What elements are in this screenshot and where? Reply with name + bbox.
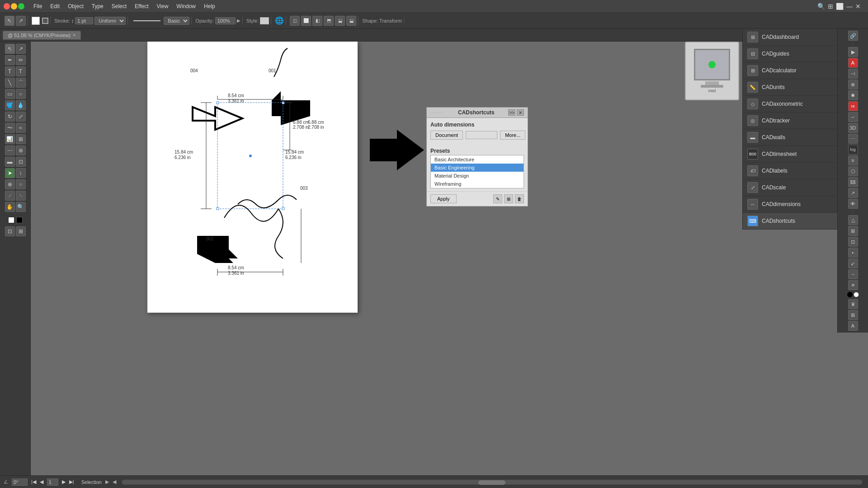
window-max-btn[interactable] (18, 3, 24, 9)
status-arrow2-btn[interactable]: ◀ (113, 479, 116, 485)
column-graph-tool[interactable]: ▬ (5, 157, 15, 167)
paintbucket-tool[interactable]: 🪣 (5, 100, 15, 110)
fr-ruler-btn[interactable]: △ (848, 215, 858, 225)
free-transform-tool[interactable]: ⊕ (5, 179, 15, 189)
cad-timesheet-item[interactable]: B00 CADtimesheet (743, 146, 837, 163)
fr-brush-btn[interactable]: ✱ (848, 90, 858, 100)
fr-dollar-btn[interactable]: $$ (848, 177, 858, 187)
align-left-btn[interactable]: ◫ (290, 16, 300, 26)
menu-window[interactable]: Window (173, 2, 199, 10)
perspective-sub-tool[interactable]: ⟍ (16, 191, 26, 201)
screen-mode-full[interactable]: ⊞ (16, 226, 26, 236)
stroke-color[interactable] (42, 18, 48, 24)
fr-3dbox-btn[interactable]: ⬡ (848, 166, 858, 176)
opacity-arrow[interactable]: ▶ (237, 18, 241, 23)
fr-export-btn[interactable]: ↗ (848, 188, 858, 198)
document-tab[interactable]: @ 51.06 % (CMYK/Preview) ✕ (3, 31, 81, 40)
intel-widget[interactable]: intel (685, 42, 739, 100)
screen-mode-normal[interactable]: ⊡ (5, 226, 15, 236)
menu-effect[interactable]: Effect (131, 2, 152, 10)
fr-play-btn[interactable]: ▶ (848, 47, 858, 57)
scale-tool[interactable]: ⤢ (16, 112, 26, 122)
fr-align-btn[interactable]: ⊣ (848, 69, 858, 79)
mesh-tool[interactable]: ⊞ (16, 134, 26, 144)
preset-material[interactable]: Material Design (431, 172, 524, 180)
fr-type-btn[interactable]: A (848, 58, 858, 68)
fr-crop-btn[interactable]: ⊞ (848, 226, 858, 236)
cad-shortcuts-item[interactable]: ⌨ CADshortcuts (743, 213, 837, 230)
fr-image-btn[interactable]: ⊡ (848, 237, 858, 247)
apply-btn[interactable]: Apply (430, 194, 457, 203)
select-tool-btn[interactable]: ↖ (5, 16, 14, 26)
direct-select-btn[interactable]: ↗ (16, 16, 26, 26)
grid-icon[interactable]: ⊞ (828, 3, 833, 10)
stroke-type-select[interactable]: Uniform (94, 17, 126, 25)
menu-view[interactable]: View (153, 2, 172, 10)
fr-grid-btn[interactable]: ⊞ (848, 310, 858, 320)
blend-tool[interactable]: ⋯ (5, 145, 15, 155)
align-center-btn[interactable]: ⬜ (301, 16, 311, 26)
fr-crown-btn[interactable]: ♛ (848, 299, 858, 309)
arc-tool[interactable]: ⌒ (16, 78, 26, 88)
window-min-btn[interactable] (11, 3, 17, 9)
pen-sub-tool[interactable]: ✏ (16, 55, 26, 65)
globe-icon[interactable]: 🌐 (275, 16, 284, 25)
line-style-select[interactable]: Basic (164, 17, 189, 25)
panel-expand-btn[interactable]: >> (508, 109, 515, 116)
fr-checker-btn[interactable]: ▪ (848, 248, 858, 258)
scroll-thumb[interactable] (122, 479, 863, 485)
preset-basic-arch[interactable]: Basic Architecture (431, 155, 524, 164)
perspective-tool[interactable]: ⟋ (5, 191, 15, 201)
align-right-btn[interactable]: ◧ (312, 16, 322, 26)
fr-arrow2-btn[interactable]: ↙ (848, 258, 858, 268)
opacity-input[interactable] (215, 17, 236, 24)
eyedropper-tool[interactable]: 💧 (16, 100, 26, 110)
fr-script-btn[interactable]: ≡ (848, 155, 858, 165)
artboard-tool[interactable]: ⊡ (16, 157, 26, 167)
align-middle-btn[interactable]: ⬓ (335, 16, 345, 26)
fill-color[interactable] (32, 17, 40, 25)
nav-fwd-btn[interactable]: ▶ (62, 479, 66, 485)
nav-prev-btn[interactable]: |◀ (31, 479, 36, 485)
more-btn[interactable]: More... (500, 131, 525, 140)
menu-object[interactable]: Object (64, 2, 87, 10)
nav-last-btn[interactable]: ▶| (69, 479, 74, 485)
fr-color-black[interactable] (847, 292, 853, 297)
hand-tool[interactable]: ✋ (5, 202, 15, 212)
delete-preset-icon[interactable]: 🗑 (515, 194, 524, 203)
window-close-icon[interactable]: ✕ (855, 3, 861, 10)
document-canvas[interactable]: 004 001 8.54 cm 3.361 in (147, 42, 358, 313)
cad-axonometric-item[interactable]: ◇ CADaxonometric (743, 96, 837, 113)
menu-edit[interactable]: Edit (47, 2, 63, 10)
align-top-btn[interactable]: ⬒ (324, 16, 334, 26)
cad-dimensions-item[interactable]: ↔ CADdimensions (743, 196, 837, 213)
fr-arrow-btn[interactable]: ↔ (848, 112, 858, 122)
cad-guides-item[interactable]: ⊟ CADguides (743, 46, 837, 62)
document-tab-close[interactable]: ✕ (72, 33, 76, 38)
stroke-value-input[interactable] (75, 17, 93, 24)
ellipse-tool[interactable]: ○ (16, 89, 26, 99)
stroke-swatch[interactable] (16, 217, 23, 223)
warp-tool[interactable]: 〜 (5, 123, 15, 133)
cad-dashboard-item[interactable]: ⊞ CADdashboard (743, 29, 837, 46)
fr-3d-btn[interactable]: 3D (848, 123, 858, 133)
arrow-sub-tool[interactable]: ↕ (16, 168, 26, 178)
fr-filter-btn[interactable]: ⋯ (848, 134, 858, 144)
angle-input[interactable] (12, 479, 28, 486)
fr-link-btn[interactable]: 🔗 (848, 31, 858, 41)
cad-walls-item[interactable]: ▬ CADwalls (743, 129, 837, 146)
select-tool[interactable]: ↖ (5, 44, 15, 54)
fr-sun-btn[interactable]: ☀ (848, 280, 858, 290)
menu-help[interactable]: Help (200, 2, 219, 10)
symbol-tool[interactable]: ⊛ (16, 145, 26, 155)
status-arrow-btn[interactable]: ▶ (105, 479, 109, 485)
warp-sub-tool[interactable]: ≈ (16, 123, 26, 133)
maximize-icon[interactable]: ⬜ (836, 3, 844, 10)
preset-basic-eng[interactable]: Basic Engineering (431, 164, 524, 172)
pen-tool[interactable]: ✒ (5, 55, 15, 65)
page-input[interactable] (47, 479, 58, 486)
window-min-icon[interactable]: — (846, 3, 853, 10)
fr-eye-btn[interactable]: 👁 (848, 199, 858, 209)
copy-preset-icon[interactable]: ⊞ (504, 194, 513, 203)
graph-tool[interactable]: 📊 (5, 134, 15, 144)
